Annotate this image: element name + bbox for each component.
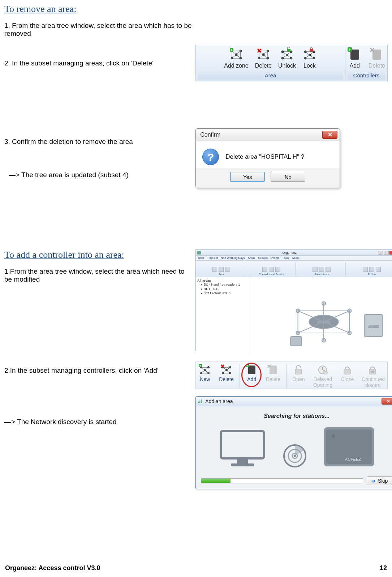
delete2-label: Delete bbox=[219, 376, 233, 382]
min-icon[interactable]: – bbox=[378, 251, 383, 255]
monitor-icon bbox=[217, 429, 268, 470]
clock-lock-icon bbox=[316, 364, 329, 376]
unlock-label: Unlock bbox=[278, 63, 296, 69]
add-area-dialog: Add an area ✕ Searching for stations... bbox=[195, 396, 392, 489]
step-1-add: 1.From the area tree window, select the … bbox=[4, 268, 188, 283]
svg-point-118 bbox=[332, 434, 335, 438]
app-tab[interactable]: Events bbox=[271, 256, 279, 260]
new-label: New bbox=[200, 376, 210, 382]
yes-button[interactable]: Yes bbox=[230, 172, 265, 182]
delete-controller2-icon bbox=[267, 364, 279, 376]
skip-label: Skip bbox=[378, 478, 388, 484]
svg-rect-105 bbox=[371, 371, 374, 373]
heading-add-controller: To add a controller into an area: bbox=[4, 249, 188, 260]
svg-rect-95 bbox=[270, 366, 277, 374]
delete-area-label: Delete bbox=[255, 63, 272, 69]
close-label: Close bbox=[341, 376, 354, 382]
svg-text:+: + bbox=[199, 364, 201, 368]
lock-label: Lock bbox=[303, 63, 316, 69]
app-tab[interactable]: Tools bbox=[282, 256, 289, 260]
progress-fill bbox=[201, 479, 230, 483]
unlock-area-button[interactable]: Unlock bbox=[278, 47, 296, 69]
result-remove: —> The tree area is updated (subset 4) bbox=[4, 171, 188, 179]
svg-rect-69 bbox=[290, 337, 302, 346]
delete-area-icon bbox=[256, 47, 271, 61]
close-app-icon[interactable]: ✕ bbox=[389, 251, 392, 255]
step-1-remove: 1. From the area tree window, select the… bbox=[4, 22, 207, 38]
close-lock-icon bbox=[341, 364, 353, 376]
svg-point-115 bbox=[294, 455, 296, 457]
continued-closure-button[interactable]: Continued closure bbox=[362, 364, 383, 388]
svg-rect-110 bbox=[237, 459, 248, 463]
svg-rect-107 bbox=[199, 401, 201, 403]
no-button[interactable]: No bbox=[271, 172, 305, 182]
delete-controller2-button[interactable]: Delete bbox=[266, 364, 280, 388]
open-button[interactable]: Open bbox=[292, 364, 305, 388]
open-label: Open bbox=[292, 376, 305, 382]
footer-left: Organeez: Access control V3.0 bbox=[5, 564, 100, 572]
station-device-icon: ADVEEZ bbox=[322, 425, 376, 470]
close-icon: ✕ bbox=[328, 132, 332, 138]
add-zone-icon: + bbox=[229, 47, 244, 61]
progress-bar bbox=[201, 478, 363, 483]
app-tab[interactable]: Non Working Days bbox=[221, 256, 245, 260]
delete-controller-icon bbox=[370, 47, 384, 61]
add-controller-button[interactable]: + Add bbox=[348, 47, 362, 69]
toolbar-controllers: + New Delete + Add bbox=[195, 362, 388, 389]
delayed-opening-button[interactable]: Delayed Opening bbox=[313, 364, 333, 388]
no-label: No bbox=[285, 174, 292, 180]
lock-icon bbox=[302, 47, 317, 61]
yes-label: Yes bbox=[243, 174, 252, 180]
add-zone-button[interactable]: + Add zone bbox=[224, 47, 249, 69]
app-title: Organeez bbox=[283, 251, 297, 255]
close-add-area-button[interactable]: ✕ bbox=[382, 398, 392, 405]
confirm-title: Confirm bbox=[200, 132, 220, 138]
heading-remove-area: To remove an area: bbox=[4, 4, 388, 14]
skip-button[interactable]: ➔ Skip bbox=[367, 476, 392, 485]
lock-area-button[interactable]: Lock bbox=[302, 47, 317, 69]
app-logo-icon bbox=[197, 251, 201, 255]
new-area-icon: + bbox=[199, 364, 211, 376]
app-tab[interactable]: Groups bbox=[258, 256, 268, 260]
step-3-remove: 3. Confirm the deletion to remove the ar… bbox=[4, 138, 188, 146]
open-lock-icon bbox=[292, 364, 305, 376]
svg-rect-98 bbox=[295, 369, 302, 374]
new-area-button[interactable]: + New bbox=[199, 364, 211, 388]
area-tree[interactable]: All areas ▸ BU - Hand free readers 1▸ RD… bbox=[196, 277, 250, 355]
highlight-circle bbox=[241, 363, 262, 387]
step-2-add: 2.In the subset managing controllers, cl… bbox=[4, 367, 188, 375]
delete-ctrl2-label: Delete bbox=[266, 376, 280, 382]
delete-controller-button[interactable]: Delete bbox=[369, 47, 385, 69]
tree-root[interactable]: All areas bbox=[197, 279, 248, 282]
svg-text:+: + bbox=[231, 48, 233, 52]
ribbon-group-area-label: Area bbox=[198, 71, 343, 80]
continued-label: Continued closure bbox=[362, 376, 383, 388]
delete-area2-button[interactable]: Delete bbox=[219, 364, 233, 388]
close-button[interactable]: ✕ bbox=[322, 131, 337, 139]
app-tab[interactable]: Timeslot bbox=[207, 256, 218, 260]
tree-item[interactable]: ▸ BU - Hand free readers 1 bbox=[201, 282, 248, 287]
svg-text:ADVEEZ: ADVEEZ bbox=[369, 325, 379, 328]
tree-item[interactable]: ▸ RDT - UTL bbox=[201, 287, 248, 291]
delete-controller-label: Delete bbox=[369, 63, 385, 69]
close-icon: ✕ bbox=[387, 399, 390, 404]
delayed-label: Delayed Opening bbox=[313, 376, 333, 388]
app-ribbon-group-label: Area bbox=[219, 273, 224, 275]
max-icon[interactable]: ▢ bbox=[384, 251, 389, 255]
delete-area-button[interactable]: Delete bbox=[255, 47, 272, 69]
app-tab[interactable]: About bbox=[292, 256, 300, 260]
svg-rect-45 bbox=[310, 49, 313, 52]
close-lock-button[interactable]: Close bbox=[341, 364, 354, 388]
app-tab[interactable]: User bbox=[198, 256, 204, 260]
svg-rect-103 bbox=[344, 369, 350, 374]
tree-item[interactable]: ▸ 007 Lecteur UTL 3 bbox=[201, 291, 248, 295]
app-ribbon-group-label: Edition bbox=[368, 273, 376, 275]
svg-rect-35 bbox=[287, 49, 290, 52]
result-add: —> The Network discovery is started bbox=[4, 418, 188, 426]
svg-rect-106 bbox=[198, 402, 199, 403]
app-tab[interactable]: Areas bbox=[248, 256, 255, 260]
ribbon-area-controllers: + Add zone Delete bbox=[195, 45, 388, 81]
add-controller2-button[interactable]: + Add bbox=[246, 364, 258, 388]
signal-icon bbox=[198, 398, 203, 404]
step-2-remove: 2. In the subset managing areas, click o… bbox=[4, 59, 188, 67]
